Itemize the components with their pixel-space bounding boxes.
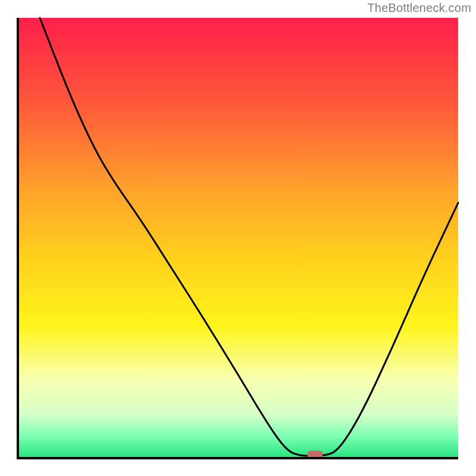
bottleneck-chart: [0, 0, 476, 476]
chart-background: [18, 18, 458, 458]
watermark-text: TheBottleneck.com: [367, 1, 471, 15]
